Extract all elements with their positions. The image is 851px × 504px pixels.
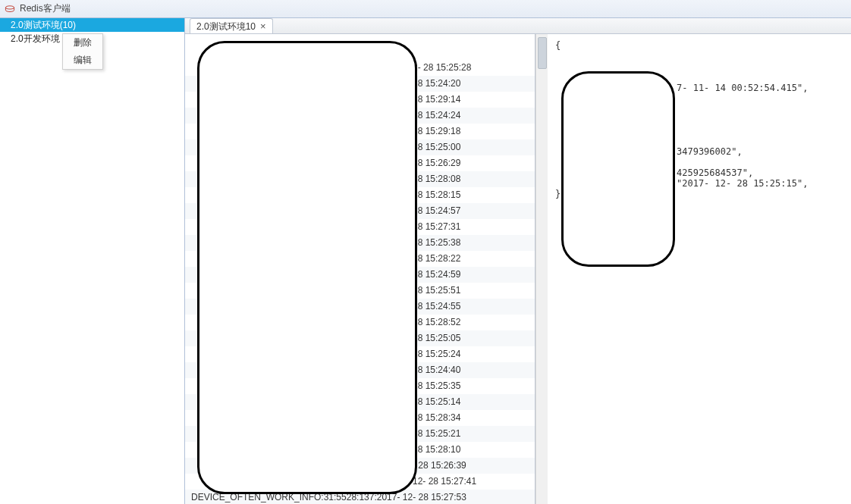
keys-scroll-thumb[interactable] bbox=[538, 37, 547, 69]
sidebar-item-test-env[interactable]: 2.0测试环境(10) bbox=[0, 18, 184, 32]
detail-line bbox=[555, 61, 843, 72]
keys-scrollbar[interactable] bbox=[535, 34, 548, 504]
titlebar: Redis客户端 bbox=[0, 0, 851, 18]
sidebar: 2.0测试环境(10) 2.0开发环境 删除 编辑 bbox=[0, 18, 185, 504]
context-menu-edit[interactable]: 编辑 bbox=[63, 52, 102, 69]
tab-test-env[interactable]: 2.0测试环境10 × bbox=[190, 18, 273, 33]
main-area: 2.0测试环境(10) 2.0开发环境 删除 编辑 2.0测试环境10 × 2-… bbox=[0, 18, 851, 504]
svg-point-0 bbox=[5, 5, 14, 8]
redaction-overlay bbox=[561, 71, 675, 267]
context-menu: 删除 编辑 bbox=[62, 33, 103, 70]
tab-label: 2.0测试环境10 bbox=[196, 19, 256, 34]
app-icon bbox=[5, 4, 15, 14]
tabbar: 2.0测试环境10 × bbox=[185, 18, 851, 34]
close-icon[interactable]: × bbox=[260, 19, 266, 34]
detail-line: { bbox=[555, 40, 843, 51]
detail-line bbox=[555, 51, 843, 61]
redaction-overlay bbox=[197, 41, 417, 494]
window-title: Redis客户端 bbox=[20, 2, 71, 15]
context-menu-delete[interactable]: 删除 bbox=[63, 34, 102, 52]
